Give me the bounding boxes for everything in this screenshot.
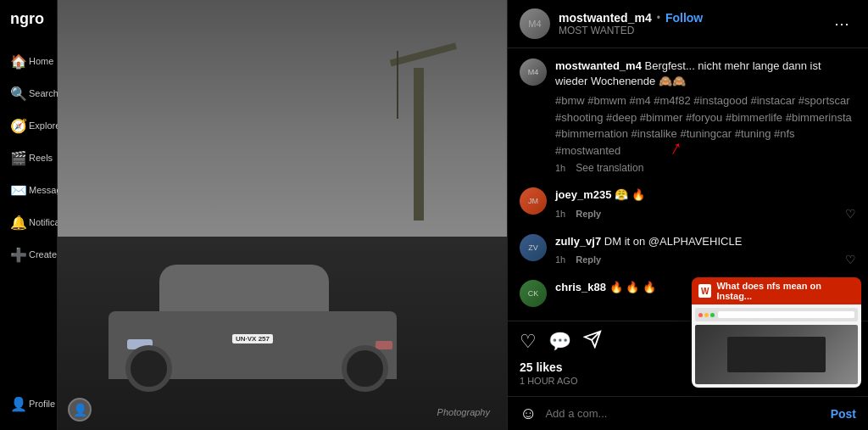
post-username-row: mostwanted_m4 • Follow: [559, 11, 827, 25]
comment-2-meta: 1h Reply ♡: [555, 253, 856, 266]
car-roof: [159, 265, 329, 316]
main-comment-username: mostwanted_m4: [555, 59, 642, 72]
watermark: Photography: [437, 407, 490, 417]
comment-1-time: 1h: [555, 209, 565, 219]
comment-1-username: joey_m235: [555, 188, 612, 201]
explore-icon: 🧭: [10, 116, 27, 135]
create-icon: ➕: [10, 245, 27, 264]
comment-2-text: zully_vj7 DM it on @ALPHAVEHICLE: [555, 234, 856, 249]
profile-icon: 👤: [10, 394, 27, 413]
comment-2: ZV zully_vj7 DM it on @ALPHAVEHICLE 1h R…: [520, 234, 856, 266]
popup-url-bar: [718, 311, 854, 318]
popup-thumbnail: [695, 325, 858, 384]
reels-icon: 🎬: [10, 148, 27, 167]
app-logo: ngro: [7, 10, 44, 28]
crane-cable: [397, 51, 398, 119]
main-comment: M4 mostwanted_m4 Bergfest... nicht mehr …: [520, 59, 856, 174]
like-button[interactable]: ♡: [520, 331, 537, 353]
sidebar-label-create: Create: [29, 249, 57, 260]
comment-1-meta: 1h Reply ♡: [555, 207, 856, 221]
popup-header: W What does nfs mean on Instag...: [692, 277, 861, 304]
sidebar-item-messages[interactable]: ✉️ Messages: [7, 174, 50, 206]
post-username: mostwanted_m4: [559, 11, 652, 25]
popup-thumb-inner: [727, 337, 825, 372]
comment-1-avatar: JM: [520, 187, 547, 215]
car-wheel-left: [125, 345, 172, 392]
main-comment-time: 1h: [555, 163, 565, 173]
comment-3-avatar: CK: [520, 280, 547, 307]
messages-icon: ✉️: [10, 181, 27, 199]
search-icon: 🔍: [10, 84, 27, 103]
post-subname: MOST WANTED: [559, 25, 827, 36]
popup-title: What does nfs mean on Instag...: [716, 281, 854, 301]
post-avatar: M4: [520, 8, 550, 39]
comment-1-content: joey_m235 😤 🔥 1h Reply ♡: [555, 187, 856, 220]
license-plate: UN·VX 257: [232, 334, 273, 343]
search-popup[interactable]: W What does nfs mean on Instag...: [692, 277, 861, 388]
main-comment-content: mostwanted_m4 Bergfest... nicht mehr lan…: [555, 59, 856, 174]
dot-red: [698, 313, 703, 317]
car-wheel-right: [342, 345, 388, 392]
post-image-area: UN·VX 257 Photography 👤: [58, 0, 507, 430]
comment-2-body: DM it on @ALPHAVEHICLE: [604, 235, 743, 248]
dot-yellow: [704, 313, 709, 317]
sidebar-item-notifications[interactable]: 🔔 Notifications: [7, 206, 50, 238]
share-button[interactable]: [583, 330, 602, 354]
sidebar-label-search: Search: [29, 88, 58, 98]
comment-3-body: 🔥 🔥 🔥: [609, 281, 656, 293]
sidebar-label-profile: Profile: [29, 399, 55, 409]
home-icon: 🏠: [10, 52, 27, 70]
comment-1-text: joey_m235 😤 🔥: [555, 187, 856, 203]
comment-2-username: zully_vj7: [555, 235, 601, 248]
post-comment-button[interactable]: Post: [831, 407, 856, 421]
sidebar: ngro 🏠 Home 🔍 Search 🧭 Explore 🎬 Reels ✉…: [0, 0, 58, 430]
post-header: M4 mostwanted_m4 • Follow MOST WANTED ⋯: [508, 0, 868, 48]
hashtags: #bmw #bmwm #m4 #m4f82 #instagood #instac…: [555, 92, 856, 159]
add-comment-row: ☺ Post: [508, 396, 868, 430]
comment-button[interactable]: 💬: [548, 331, 571, 353]
comment-1-heart-icon[interactable]: ♡: [845, 207, 856, 221]
comment-1-reply[interactable]: Reply: [576, 209, 601, 219]
crane-arm: [390, 42, 457, 66]
comment-2-time: 1h: [555, 254, 565, 265]
see-translation-link[interactable]: See translation: [576, 162, 643, 174]
popup-browser-dots: [698, 313, 715, 317]
main-comment-avatar: M4: [520, 59, 547, 86]
dot-separator: •: [657, 12, 660, 24]
sidebar-item-reels[interactable]: 🎬 Reels: [7, 142, 50, 174]
sidebar-label-explore: Explore: [29, 120, 60, 131]
notifications-icon: 🔔: [10, 213, 27, 232]
sidebar-item-profile[interactable]: 👤 Profile: [7, 388, 50, 420]
main-comment-meta: 1h See translation: [555, 162, 856, 174]
popup-content: [692, 304, 861, 388]
popup-brand-icon: W: [698, 284, 711, 298]
sidebar-item-create[interactable]: ➕ Create: [7, 238, 50, 271]
add-comment-input[interactable]: [545, 407, 830, 420]
dot-green: [710, 313, 715, 317]
comment-1-body: 😤 🔥: [615, 188, 645, 201]
sidebar-label-reels: Reels: [29, 153, 53, 163]
sidebar-item-explore[interactable]: 🧭 Explore: [7, 109, 50, 142]
sidebar-item-search[interactable]: 🔍 Search: [7, 77, 50, 109]
right-panel: M4 mostwanted_m4 • Follow MOST WANTED ⋯ …: [507, 0, 868, 430]
post-header-info: mostwanted_m4 • Follow MOST WANTED: [559, 11, 827, 36]
crane-silhouette: [388, 34, 456, 221]
comment-2-reply[interactable]: Reply: [576, 254, 601, 265]
profile-circle-bottom: 👤: [68, 398, 92, 422]
sidebar-item-home[interactable]: 🏠 Home: [7, 45, 50, 77]
comment-2-heart-icon[interactable]: ♡: [845, 253, 856, 266]
comment-1: JM joey_m235 😤 🔥 1h Reply ♡: [520, 187, 856, 220]
comment-2-content: zully_vj7 DM it on @ALPHAVEHICLE 1h Repl…: [555, 234, 856, 266]
headlight-right: [376, 341, 392, 349]
comment-3-username: chris_k88: [555, 281, 606, 293]
comment-2-avatar: ZV: [520, 234, 547, 261]
more-options-button[interactable]: ⋯: [827, 11, 856, 36]
emoji-button[interactable]: ☺: [520, 404, 537, 423]
popup-browser-bar: [695, 308, 858, 321]
sidebar-label-home: Home: [29, 56, 53, 66]
follow-button[interactable]: Follow: [665, 11, 703, 25]
main-comment-text: mostwanted_m4 Bergfest... nicht mehr lan…: [555, 59, 856, 89]
car-silhouette: UN·VX 257: [92, 243, 414, 379]
post-background: UN·VX 257 Photography 👤: [58, 0, 507, 430]
crane-mast: [414, 68, 424, 221]
